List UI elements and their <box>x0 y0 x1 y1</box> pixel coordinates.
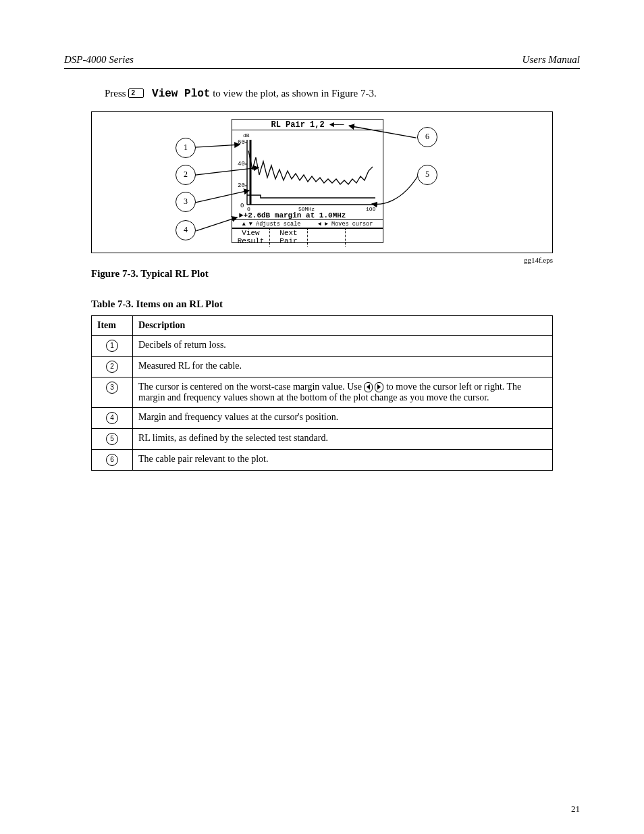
y-unit-label: dB <box>243 132 250 138</box>
key-2: 2 <box>128 88 144 98</box>
svg-text:60: 60 <box>238 139 245 146</box>
softkey-row: View Result Next Pair <box>232 228 383 246</box>
desc-1: Decibels of return loss. <box>133 335 553 356</box>
callout-3: 3 <box>176 192 196 212</box>
table-row: 6 The cable pair relevant to the plot. <box>92 449 553 470</box>
rl-plot-items-table: Item Description 1 Decibels of return lo… <box>91 315 553 471</box>
callout-2: 2 <box>176 165 196 185</box>
softkey-view-result[interactable]: View Result <box>232 229 269 246</box>
device-screen: RL Pair 1,2 ◄── dB 60 40 20 0 <box>232 119 383 243</box>
intro-text: Press 2 View Plot to view the plot, as s… <box>105 86 563 102</box>
svg-text:40: 40 <box>238 161 245 167</box>
desc-4: Margin and frequency values at the curso… <box>133 407 553 428</box>
svg-text:100: 100 <box>366 206 376 211</box>
svg-text:0: 0 <box>240 203 244 209</box>
plot-title: RL Pair 1,2 ◄── <box>232 120 383 130</box>
callout-4: 4 <box>176 220 196 240</box>
callout-1: 1 <box>176 138 196 158</box>
desc-6: The cable pair relevant to the plot. <box>133 449 553 470</box>
figure-code: gg14f.eps <box>64 256 553 264</box>
hint-scale: ▲ ▼ Adjusts scale <box>242 221 301 228</box>
hint-cursor: ◄ ► Moves cursor <box>318 221 373 228</box>
right-key-icon <box>375 382 383 392</box>
left-right-keys <box>364 382 383 392</box>
page-header: DSP-4000 Series Users Manual <box>64 54 580 69</box>
hint-line: ▲ ▼ Adjusts scale ◄ ► Moves cursor <box>232 220 383 228</box>
table-row: 2 Measured RL for the cable. <box>92 356 553 377</box>
left-key-icon <box>364 382 373 392</box>
softkey-3[interactable] <box>307 229 345 246</box>
col-item: Item <box>92 315 133 335</box>
header-right: Users Manual <box>522 54 580 66</box>
col-desc: Description <box>133 315 553 335</box>
table-title: Table 7-3. Items on an RL Plot <box>91 298 580 310</box>
figure-caption: Figure 7-3. Typical RL Plot <box>91 268 580 280</box>
rl-plot-svg: dB 60 40 20 0 0 50MHz 100 <box>232 130 383 211</box>
table-row: 1 Decibels of return loss. <box>92 335 553 356</box>
table-row: 3 The cursor is centered on the worst-ca… <box>92 377 553 407</box>
svg-text:50MHz: 50MHz <box>298 206 315 211</box>
header-left: DSP-4000 Series <box>64 54 134 66</box>
figure-frame: 1 2 3 4 6 5 RL Pair 1,2 ◄── dB 60 40 20 … <box>91 111 553 253</box>
softkey-label-view-plot: View Plot <box>145 88 210 100</box>
table-row: 4 Margin and frequency values at the cur… <box>92 407 553 428</box>
svg-text:20: 20 <box>238 182 245 189</box>
callout-6: 6 <box>417 127 437 147</box>
page-number: 21 <box>571 804 580 814</box>
desc-5: RL limits, as defined by the selected te… <box>133 428 553 449</box>
softkey-4[interactable] <box>345 229 383 246</box>
table-row: 5 RL limits, as defined by the selected … <box>92 428 553 449</box>
callout-5: 5 <box>417 165 437 185</box>
plot-area: dB 60 40 20 0 0 50MHz 100 <box>232 130 383 211</box>
margin-readout: ►+2.6dB margin at 1.0MHz <box>232 211 383 220</box>
desc-3: The cursor is centered on the worst-case… <box>133 377 553 407</box>
desc-2: Measured RL for the cable. <box>133 356 553 377</box>
softkey-next-pair[interactable]: Next Pair <box>269 229 307 246</box>
svg-text:0: 0 <box>247 206 250 211</box>
